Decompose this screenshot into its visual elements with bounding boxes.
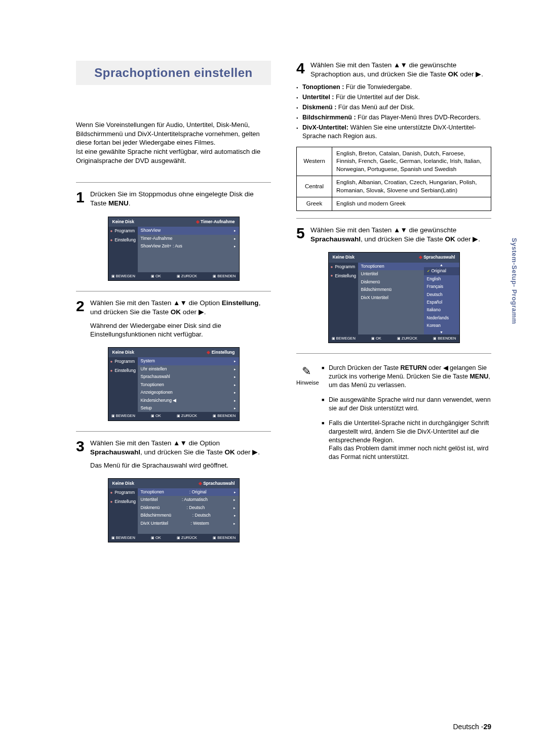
osd-lang: Español <box>427 300 443 305</box>
osd-screenshot-2: Keine DiskEinstellung Programm Einstellu… <box>108 347 240 421</box>
bold-text: Untertitel : <box>302 94 334 101</box>
osd-row: Untertitel <box>361 271 378 277</box>
text: Wählen Sie mit den Tasten ▲▼ die gewünsc… <box>310 61 456 78</box>
page-title-box: Sprachoptionen einstellen <box>76 61 271 85</box>
bold-text: MENU <box>108 199 129 207</box>
osd-row: Timer-Aufnahme <box>141 236 173 241</box>
bold-text: Sprachauswahl <box>310 235 361 243</box>
table-row: GreekEnglish und modern Greek <box>297 197 491 211</box>
osd-breadcrumb: Sprachauswahl <box>419 255 455 260</box>
osd-foot: OK <box>371 336 381 341</box>
region-langs: English, Breton, Catalan, Danish, Dutch,… <box>332 147 491 176</box>
text: oder ▶. <box>458 70 483 78</box>
notes-block: ✎ Hinweise Durch Drücken der Taste RETUR… <box>296 364 491 468</box>
osd-foot: BEENDEN <box>433 336 456 341</box>
osd-breadcrumb: Sprachauswahl <box>199 481 235 486</box>
osd-row: Sprachauswahl <box>141 374 170 380</box>
osd-side-item: Programm <box>114 228 135 234</box>
divider <box>296 218 491 219</box>
step-number: 5 <box>296 226 307 244</box>
osd-side-item: Programm <box>114 359 135 364</box>
osd-row: Bildschirmmenü <box>141 513 171 518</box>
osd-lang: Korean <box>427 323 441 328</box>
text: Für das Player-Menü Ihres DVD-Recorders. <box>356 114 481 121</box>
osd-lang: English <box>427 276 441 282</box>
list-item: Diskmenü : Für das Menü auf der Disk. <box>296 103 491 112</box>
osd-foot: BEWEGEN <box>111 274 135 279</box>
pencil-icon: ✎ <box>296 364 317 379</box>
option-list: Tonoptionen : Für die Tonwiedergabe. Unt… <box>296 83 491 140</box>
bold-text: OK <box>224 448 235 456</box>
osd-header: Keine Disk <box>112 350 134 355</box>
step-number: 2 <box>76 299 87 317</box>
note-item: Falls die Untertitel-Sprache nicht in du… <box>322 419 491 461</box>
text: oder ▶. <box>181 308 206 316</box>
osd-foot: BEWEGEN <box>111 413 135 418</box>
step-4: 4 Wählen Sie mit den Tasten ▲▼ die gewün… <box>296 61 491 79</box>
osd-row: Anzeigeoptionen <box>141 390 173 395</box>
step-subtext: Während der Wiedergabe einer Disk sind d… <box>90 321 271 339</box>
page-footer: Deutsch -29 <box>0 722 491 732</box>
step-number: 3 <box>76 439 87 457</box>
list-item: Untertitel : Für die Untertitel auf der … <box>296 93 491 102</box>
step-text: Drücken Sie im Stoppmodus ohne eingelegt… <box>90 190 271 208</box>
osd-row: Bildschirmmenü <box>361 287 392 292</box>
osd-foot: BEWEGEN <box>111 535 135 540</box>
bold-text: OK <box>171 308 181 316</box>
osd-row: Tonoptionen <box>141 489 164 495</box>
footer-page-number: 29 <box>483 723 491 731</box>
osd-foot: BEENDEN <box>213 535 236 540</box>
divider <box>76 182 271 183</box>
region-name: Western <box>297 147 332 176</box>
osd-val: : Automatisch <box>182 497 208 502</box>
right-column: 4 Wählen Sie mit den Tasten ▲▼ die gewün… <box>296 61 491 553</box>
osd-foot: ZURÜCK <box>177 535 197 540</box>
step-text: Wählen Sie mit den Tasten ▲▼ die Option … <box>90 439 271 457</box>
text: Für die Untertitel auf der Disk. <box>334 94 420 101</box>
text: Für das Menü auf der Disk. <box>336 104 414 111</box>
list-item: Bildschirmmenü : Für das Player-Menü Ihr… <box>296 113 491 122</box>
osd-header: Keine Disk <box>333 255 355 260</box>
osd-lang: Nederlands <box>427 315 449 321</box>
triangle-up-icon: ▲ <box>424 263 459 267</box>
step-text: Wählen Sie mit den Tasten ▲▼ die gewünsc… <box>310 61 491 79</box>
step-5: 5 Wählen Sie mit den Tasten ▲▼ die gewün… <box>296 226 491 244</box>
osd-foot: ZURÜCK <box>397 336 417 341</box>
osd-foot: OK <box>151 535 161 540</box>
step-number: 1 <box>76 190 87 208</box>
osd-val: : Original <box>189 489 207 495</box>
osd-side-item: Programm <box>114 490 135 495</box>
list-item: DivX-Untertitel: Wählen Sie eine unterst… <box>296 123 491 141</box>
bold-text: Sprachauswahl <box>90 448 140 456</box>
bold-text: Diskmenü : <box>302 104 336 111</box>
osd-foot: ZURÜCK <box>177 413 197 418</box>
osd-val: : Western <box>191 521 209 526</box>
osd-screenshot-1: Keine DiskTimer-Aufnahme Programm Einste… <box>108 217 240 281</box>
osd-lang: Deutsch <box>427 292 443 298</box>
osd-header: Keine Disk <box>112 219 134 225</box>
osd-row: Setup <box>141 405 152 411</box>
osd-foot: BEENDEN <box>213 413 236 418</box>
left-column: Sprachoptionen einstellen Wenn Sie Vorei… <box>76 61 271 553</box>
notes-label: Hinweise <box>296 380 319 386</box>
osd-val: : Deutsch <box>192 513 211 518</box>
text: oder ▶. <box>235 448 260 456</box>
text: Wählen Sie mit den Tasten ▲▼ die Option <box>90 299 222 307</box>
region-name: Greek <box>297 197 332 211</box>
osd-foot: BEWEGEN <box>332 336 356 341</box>
table-row: WesternEnglish, Breton, Catalan, Danish,… <box>297 147 491 176</box>
osd-side-item: Einstellung <box>114 237 136 243</box>
text: , und drücken Sie die Taste <box>140 448 224 456</box>
region-table: WesternEnglish, Breton, Catalan, Danish,… <box>296 147 491 211</box>
text: , und drücken Sie die Taste <box>361 235 445 243</box>
osd-foot: BEENDEN <box>213 274 236 279</box>
footer-lang: Deutsch - <box>453 723 484 731</box>
divider <box>296 353 491 354</box>
section-tab: System-Setup- Programm <box>510 238 519 324</box>
osd-side-item: Einstellung <box>114 368 136 373</box>
table-row: CentralEnglish, Albanian, Croatian, Czec… <box>297 176 491 197</box>
bold-text: Bildschirmmenü : <box>302 114 356 121</box>
osd-header: Keine Disk <box>112 481 134 486</box>
osd-breadcrumb: Timer-Aufnahme <box>196 219 235 225</box>
osd-screenshot-3: Keine DiskSprachauswahl Programm Einstel… <box>108 478 240 543</box>
